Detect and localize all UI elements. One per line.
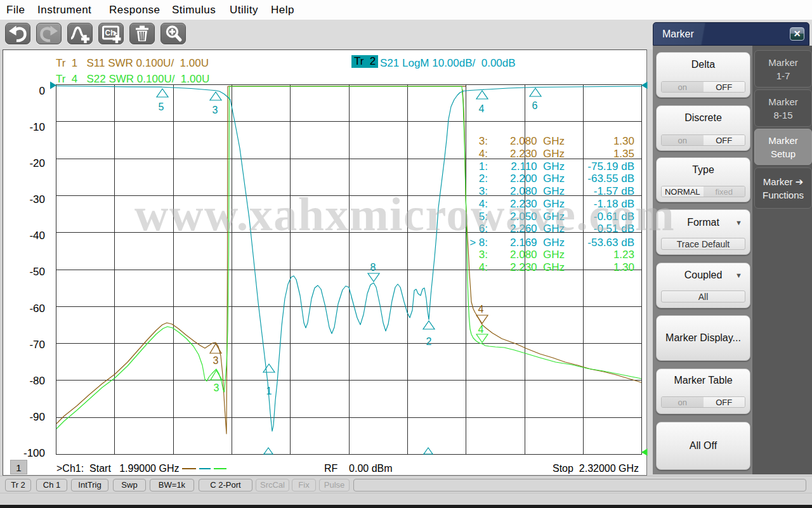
svg-text:4: 4: [478, 304, 484, 315]
svg-text:3: 3: [213, 105, 218, 115]
svg-text:1: 1: [266, 386, 272, 396]
svg-text:Ch: Ch: [105, 29, 115, 37]
svg-text:4: 4: [479, 103, 485, 114]
svg-text:4: 4: [478, 324, 484, 335]
svg-text:6: 6: [532, 100, 538, 111]
svg-text:2: 2: [426, 336, 432, 347]
svg-text:5: 5: [159, 101, 164, 112]
svg-text:3: 3: [214, 382, 219, 393]
svg-text:3: 3: [213, 355, 219, 366]
